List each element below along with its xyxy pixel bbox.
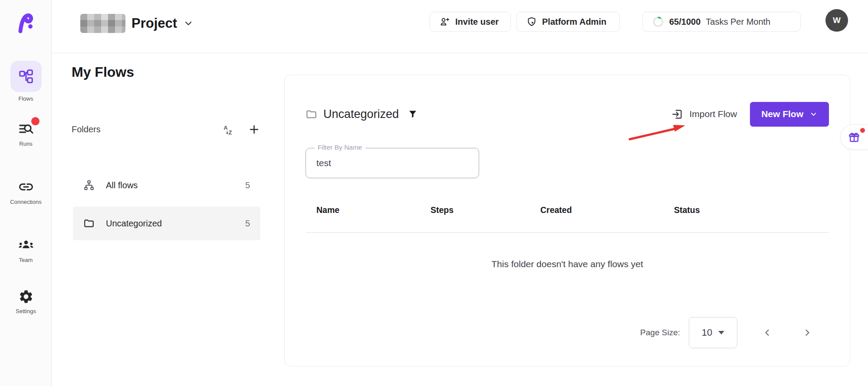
column-header-steps: Steps [431,205,454,215]
sidebar-item-runs[interactable]: Runs [0,121,52,147]
next-page-button[interactable] [797,323,817,343]
column-header-name: Name [316,205,339,215]
page-size-value: 10 [702,327,712,338]
add-folder-button[interactable] [248,123,260,136]
gear-icon [18,289,34,304]
folder-item-all-flows[interactable]: All flows 5 [73,170,260,200]
notification-dot [860,128,865,133]
folders-header: Folders A Z [72,121,260,137]
shield-icon [526,16,537,27]
flows-panel: Uncategorized Import Flow New Flow [284,75,850,366]
folder-icon [83,218,95,229]
avatar[interactable]: W [825,9,848,32]
filter-by-name-input[interactable] [306,148,479,178]
tree-icon [83,180,95,191]
chevron-left-icon [762,327,773,338]
new-flow-button[interactable]: New Flow [750,102,829,127]
chevron-right-icon [802,327,812,338]
sidebar-item-label: Team [19,257,33,263]
import-icon [671,108,683,120]
tasks-count: 65/1000 [669,17,700,27]
sidebar-item-label: Settings [16,308,36,314]
tasks-usage-chip[interactable]: 65/1000 Tasks Per Month [642,12,801,32]
progress-ring [652,16,664,28]
sidebar-item-settings[interactable]: Settings [0,289,52,314]
rewards-tab[interactable] [840,124,868,150]
invite-user-button[interactable]: Invite user [430,12,511,32]
user-plus-icon [440,16,450,27]
folder-item-label: Uncategorized [106,219,162,229]
link-icon [18,179,34,195]
notification-dot [31,117,39,125]
sort-alphabetical-icon[interactable]: A Z [223,124,235,135]
column-header-created: Created [540,205,572,215]
previous-page-button[interactable] [757,323,777,343]
page-size-label: Page Size: [640,328,680,337]
sidebar: Flows Runs Connections Team [0,0,52,386]
workflow-icon [10,61,42,92]
avatar-initial: W [833,16,841,25]
redacted-project-name [80,14,125,33]
tasks-label: Tasks Per Month [706,17,770,27]
pagination: Page Size: 10 [640,317,817,348]
folder-item-count: 5 [245,180,250,190]
sidebar-item-label: Connections [10,199,41,205]
app-logo-icon[interactable] [16,12,35,35]
empty-state-message: This folder doesn't have any flows yet [306,259,829,269]
flows-table-header: Name Steps Created Status [306,205,829,222]
dropdown-caret-icon [718,331,724,334]
invite-user-label: Invite user [455,17,499,27]
filter-by-name-field: Filter By Name [306,148,479,178]
svg-text:Z: Z [228,129,232,135]
page-size-select[interactable]: 10 [689,317,737,348]
column-header-status: Status [674,205,700,215]
project-selector[interactable]: Project [80,10,194,36]
svg-text:A: A [224,124,227,131]
platform-admin-label: Platform Admin [542,17,606,27]
folder-item-label: All flows [106,180,138,190]
chevron-down-icon [809,110,818,118]
chevron-down-icon [183,18,194,29]
sidebar-item-label: Runs [19,141,32,147]
sidebar-item-team[interactable]: Team [0,236,52,263]
topbar: Project Invite user Platform Admin 65/10… [52,0,868,53]
folder-icon [306,108,317,120]
import-flow-button[interactable]: Import Flow [671,108,737,120]
sidebar-item-connections[interactable]: Connections [0,179,52,205]
filter-field-label: Filter By Name [315,144,365,151]
platform-admin-button[interactable]: Platform Admin [516,12,620,32]
folder-item-uncategorized[interactable]: Uncategorized 5 [73,206,260,240]
import-flow-label: Import Flow [689,109,737,119]
team-icon [17,236,35,253]
table-divider [306,232,829,233]
page-title: My Flows [72,64,134,80]
filter-funnel-icon[interactable] [408,109,418,119]
new-flow-label: New Flow [761,109,803,119]
folder-item-count: 5 [245,219,250,229]
gift-icon [848,131,860,143]
panel-folder-title: Uncategorized [323,108,399,121]
sidebar-item-label: Flows [19,95,33,102]
project-label: Project [132,16,177,31]
sidebar-item-flows[interactable]: Flows [0,61,52,102]
folders-heading: Folders [72,124,101,134]
